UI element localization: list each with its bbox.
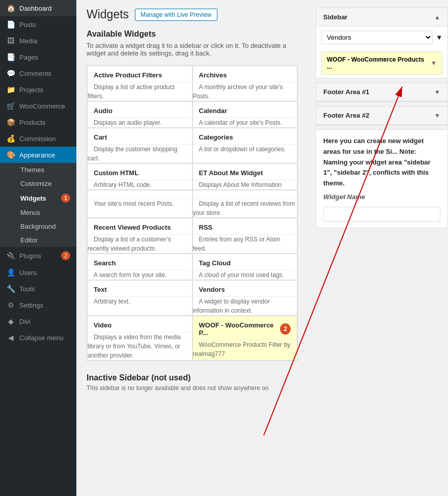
footer1-panel-header[interactable]: Footer Area #1 ▼ <box>316 83 447 101</box>
available-widgets-desc: To activate a widget drag it to a sideba… <box>87 42 298 57</box>
footer1-panel-box: Footer Area #1 ▼ <box>316 82 448 102</box>
widget-cell-recent-posts[interactable]: Your site's most recent Posts. <box>87 190 192 218</box>
widget-cell-et-about-me[interactable]: ET About Me Widget Displays About Me Inf… <box>192 163 298 190</box>
divi-icon: ◆ <box>6 317 15 325</box>
sidebar-item-tools[interactable]: 🔧 Tools <box>0 281 76 297</box>
sidebar-item-dashboard[interactable]: 🏠 Dashboard <box>0 0 76 16</box>
footer1-chevron-down-icon: ▼ <box>434 89 440 96</box>
widget-cell-categories[interactable]: Categories A list or dropdown of categor… <box>192 128 298 163</box>
appearance-submenu: Themes Customize Widgets 1 Menus Backgro… <box>0 163 76 247</box>
footer2-chevron-down-icon: ▼ <box>434 112 440 119</box>
vendors-chevron-down-icon: ▼ <box>436 34 442 41</box>
sidebar-item-woocommerce[interactable]: 🛒 WooCommerce <box>0 98 76 114</box>
sidebar-item-background[interactable]: Background <box>14 219 76 233</box>
widget-name-input[interactable] <box>323 207 440 222</box>
sidebar-item-media[interactable]: 🖼 Media <box>0 33 76 49</box>
widget-cell-audio[interactable]: Audio Displays an audio player. <box>87 101 192 128</box>
sidebar-chevron-up-icon: ▲ <box>434 14 440 21</box>
widget-cell-text[interactable]: Text Arbitrary text. <box>87 280 192 316</box>
products-icon: 📦 <box>6 118 15 126</box>
comments-icon: 💬 <box>6 69 15 77</box>
commission-icon: 💰 <box>6 134 15 143</box>
sidebar: 🏠 Dashboard 📄 Posts 🖼 Media 📑 Pages 💬 Co… <box>0 0 76 496</box>
widgets-badge: 1 <box>61 194 70 203</box>
sidebar-vendors-dropdown-row: Vendors ▼ <box>316 26 447 48</box>
page-title: Widgets <box>87 8 129 21</box>
settings-icon: ⚙ <box>6 301 15 309</box>
sidebar-item-widgets[interactable]: Widgets 1 <box>14 190 76 206</box>
sidebar-item-divi[interactable]: ◆ Divi <box>0 313 76 329</box>
widget-cell-video[interactable]: Video Displays a video from the media li… <box>87 316 192 361</box>
right-panel: Sidebar ▲ Vendors ▼ WOOF - WooCommerce P… <box>308 0 448 496</box>
available-widgets-title: Available Widgets <box>87 30 298 39</box>
sidebar-item-products[interactable]: 📦 Products <box>0 114 76 130</box>
sidebar-item-posts[interactable]: 📄 Posts <box>0 16 76 33</box>
widgets-grid: Active Product Filters Display a list of… <box>87 65 298 361</box>
woof-widget-item[interactable]: WOOF - WooCommerce Products ... ▼ <box>321 51 442 75</box>
widget-cell-tag-cloud[interactable]: Tag Cloud A cloud of your most used tags… <box>192 254 298 280</box>
users-icon: 👤 <box>6 268 15 277</box>
widget-cell-woof[interactable]: WOOF - WooCommerce P... 2 WooCommerce Pr… <box>192 316 298 361</box>
appearance-icon: 🎨 <box>6 151 15 159</box>
sidebar-item-collapse[interactable]: ◀ Collapse menu <box>0 329 76 346</box>
widget-cell-archives[interactable]: Archives A monthly archive of your site'… <box>192 66 298 101</box>
inactive-sidebar-desc: This sidebar is no longer available and … <box>87 384 298 392</box>
step2-badge: 2 <box>280 323 291 335</box>
projects-icon: 📁 <box>6 86 15 94</box>
sidebar-item-editor[interactable]: Editor <box>14 233 76 247</box>
widget-cell-custom-html[interactable]: Custom HTML Arbitrary HTML code. <box>87 163 192 190</box>
plugins-badge: 2 <box>61 251 70 260</box>
sidebar-item-menus[interactable]: Menus <box>14 206 76 219</box>
posts-icon: 📄 <box>6 20 15 29</box>
main-content: Widgets Manage with Live Preview Availab… <box>76 0 308 496</box>
widget-cell-recent-reviews[interactable]: Display a list of recent reviews from yo… <box>192 190 298 218</box>
footer2-panel-box: Footer Area #2 ▼ <box>316 106 448 125</box>
woof-chevron-down-icon: ▼ <box>431 60 437 67</box>
plugins-icon: 🔌 <box>6 252 15 260</box>
sidebar-panel-header[interactable]: Sidebar ▲ <box>316 8 447 26</box>
sidebar-item-settings[interactable]: ⚙ Settings <box>0 297 76 313</box>
sidebar-item-commission[interactable]: 💰 Commission <box>0 130 76 147</box>
collapse-icon: ◀ <box>6 334 15 342</box>
sidebar-item-customize[interactable]: Customize <box>14 177 76 190</box>
manage-live-preview-button[interactable]: Manage with Live Preview <box>135 9 217 21</box>
pages-icon: 📑 <box>6 53 15 61</box>
sidebar-panel-box: Sidebar ▲ Vendors ▼ WOOF - WooCommerce P… <box>316 8 448 78</box>
vendors-select[interactable]: Vendors <box>321 31 433 44</box>
widget-cell-cart[interactable]: Cart Display the customer shopping cart. <box>87 128 192 163</box>
widget-cell-vendors[interactable]: Vendors A widget to display vendor infor… <box>192 280 298 316</box>
sidebar-item-comments[interactable]: 💬 Comments <box>0 65 76 81</box>
sidebar-item-projects[interactable]: 📁 Projects <box>0 81 76 98</box>
widget-cell-rss[interactable]: RSS Entries from any RSS or Atom feed. <box>192 218 298 254</box>
widget-cell-recent-viewed-products[interactable]: Recent Viewed Products Display a list of… <box>87 218 192 254</box>
sidebar-item-users[interactable]: 👤 Users <box>0 264 76 281</box>
sidebar-item-themes[interactable]: Themes <box>14 163 76 177</box>
info-box: Here you can create new widget areas for… <box>316 129 448 228</box>
tools-icon: 🔧 <box>6 285 15 293</box>
dashboard-icon: 🏠 <box>6 4 15 12</box>
widget-name-label: Widget Name <box>323 192 440 203</box>
page-title-row: Widgets Manage with Live Preview <box>87 8 298 21</box>
sidebar-item-appearance[interactable]: 🎨 Appearance <box>0 147 76 163</box>
widget-cell-calendar[interactable]: Calendar A calendar of your site's Posts… <box>192 101 298 128</box>
sidebar-item-plugins[interactable]: 🔌 Plugins 2 <box>0 247 76 264</box>
woocommerce-icon: 🛒 <box>6 102 15 110</box>
widget-cell-search[interactable]: Search A search form for your site. <box>87 254 192 280</box>
widget-cell-active-product-filters[interactable]: Active Product Filters Display a list of… <box>87 66 192 101</box>
footer2-panel-header[interactable]: Footer Area #2 ▼ <box>316 106 447 125</box>
sidebar-item-pages[interactable]: 📑 Pages <box>0 49 76 65</box>
media-icon: 🖼 <box>6 37 15 45</box>
inactive-sidebar-title: Inactive Sidebar (not used) <box>87 373 298 382</box>
